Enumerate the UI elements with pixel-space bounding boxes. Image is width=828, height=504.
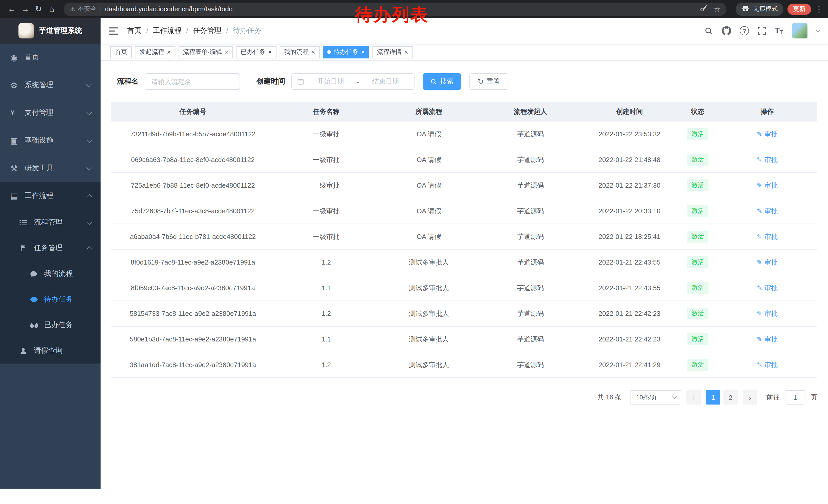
key-icon[interactable] [700, 4, 708, 13]
cell-create-time: 2022-01-22 18:25:41 [581, 224, 678, 249]
tab[interactable]: 待办任务 × [323, 46, 369, 58]
approve-link[interactable]: ✎ 审批 [757, 334, 778, 344]
tab-close-icon[interactable]: × [312, 49, 315, 55]
end-date-placeholder[interactable]: 结束日期 [362, 77, 409, 86]
page-number-button[interactable]: 1 [706, 390, 720, 405]
approve-link[interactable]: ✎ 审批 [757, 258, 778, 267]
sidebar-item-devtools[interactable]: ⚒ 研发工具 [0, 154, 100, 182]
search-icon[interactable] [704, 27, 713, 35]
column-header: 操作 [717, 102, 817, 122]
approve-link[interactable]: ✎ 审批 [757, 130, 778, 139]
help-icon[interactable]: ? [740, 26, 749, 35]
tab-close-icon[interactable]: × [404, 49, 408, 55]
sidebar-item-done-tasks[interactable]: 已办任务 [0, 312, 100, 338]
sidebar-item-my-process[interactable]: 我的流程 [0, 261, 100, 287]
edit-icon: ✎ [757, 182, 762, 189]
tab-close-icon[interactable]: × [167, 49, 171, 55]
incognito-label: 无痕模式 [753, 5, 778, 13]
sidebar-item-home[interactable]: ◉ 首页 [0, 44, 100, 71]
page-number-button[interactable]: 2 [723, 390, 738, 405]
breadcrumb-home[interactable]: 首页 [127, 26, 141, 35]
tab-close-icon[interactable]: × [268, 49, 272, 55]
start-date-placeholder[interactable]: 开始日期 [307, 77, 354, 86]
edit-icon: ✎ [757, 156, 762, 163]
sidebar-item-workflow[interactable]: ▤ 工作流程 [0, 182, 100, 210]
sidebar-item-task-mgmt[interactable]: 任务管理 [0, 235, 100, 261]
page-size-select[interactable]: 10条/页 [630, 390, 681, 405]
tab[interactable]: 流程表单-编辑 × [178, 46, 233, 58]
reload-button[interactable]: ↻ [32, 2, 45, 16]
tab[interactable]: 发起流程 × [135, 46, 175, 58]
calendar-icon [297, 78, 304, 85]
tab[interactable]: 已办任务 × [236, 46, 276, 58]
cell-process: 测试多审批人 [378, 275, 480, 301]
home-button[interactable]: ⌂ [45, 2, 58, 16]
sidebar-toggle-icon[interactable] [109, 27, 118, 35]
sidebar-item-infrastructure[interactable]: ▣ 基础设施 [0, 127, 100, 154]
cell-task-id: 580e1b3d-7ac8-11ec-a9e2-a2380e71991a [111, 326, 275, 352]
search-button[interactable]: 搜索 [423, 73, 461, 90]
sidebar-item-leave-query[interactable]: 请假查询 [0, 338, 100, 364]
cell-action: ✎ 审批 [717, 275, 817, 301]
approve-link[interactable]: ✎ 审批 [757, 155, 778, 164]
cell-create-time: 2022-01-22 23:53:32 [581, 122, 678, 147]
cell-task-id: 8f059c03-7ac8-11ec-a9e2-a2380e71991a [111, 275, 275, 301]
tab[interactable]: 首页 × [110, 46, 132, 58]
sidebar: 芋道管理系统 ◉ 首页 ⚙ 系统管理 ¥ 支付管理 ▣ [0, 18, 100, 489]
table-row: 725a1eb6-7b88-11ec-8ef0-acde48001122 一级审… [111, 173, 817, 198]
cell-process: OA 请假 [378, 224, 480, 249]
create-time-label: 创建时间 [256, 77, 285, 86]
approve-link[interactable]: ✎ 审批 [757, 232, 778, 241]
approve-link[interactable]: ✎ 审批 [757, 309, 778, 318]
approve-link[interactable]: ✎ 审批 [757, 283, 778, 292]
main-area: 首页 / 工作流程 / 任务管理 / 待办任务 ? [100, 18, 828, 504]
cell-action: ✎ 审批 [717, 198, 817, 224]
fullscreen-icon[interactable] [758, 27, 766, 35]
back-button[interactable]: ← [5, 2, 18, 16]
cell-task-name: 1.2 [275, 352, 378, 378]
column-header: 任务编号 [111, 102, 275, 122]
chevron-down-icon [86, 165, 92, 171]
sidebar-item-payment[interactable]: ¥ 支付管理 [0, 99, 100, 127]
cell-task-id: 381aa1dd-7ac8-11ec-a9e2-a2380e71991a [111, 352, 275, 378]
sidebar-item-process-mgmt[interactable]: 流程管理 [0, 210, 100, 235]
goto-page-input[interactable] [785, 390, 805, 405]
approve-link[interactable]: ✎ 审批 [757, 360, 778, 369]
bookmark-star-icon[interactable]: ☆ [714, 5, 720, 13]
github-icon[interactable] [722, 26, 731, 35]
user-avatar[interactable] [792, 23, 808, 39]
reset-button[interactable]: ↻ 重置 [469, 73, 508, 90]
sidebar-item-todo-tasks[interactable]: 待办任务 [0, 287, 100, 312]
tab-close-icon[interactable]: × [361, 49, 365, 55]
date-range-picker[interactable]: 开始日期 - 结束日期 [291, 73, 415, 90]
tab-close-icon[interactable]: × [224, 49, 228, 55]
tools-icon: ⚒ [10, 163, 23, 173]
incognito-badge: 无痕模式 [736, 2, 783, 16]
approve-link[interactable]: ✎ 审批 [757, 181, 778, 190]
prev-page-button[interactable]: ‹ [687, 390, 701, 405]
address-bar[interactable]: ⚠ 不安全 dashboard.yudao.iocoder.cn/bpm/tas… [64, 2, 727, 16]
sidebar-item-system[interactable]: ⚙ 系统管理 [0, 71, 100, 99]
tab[interactable]: 我的流程 × [280, 46, 320, 58]
text-size-icon[interactable]: TT [775, 27, 783, 35]
breadcrumb-workflow[interactable]: 工作流程 [153, 26, 181, 35]
edit-icon: ✎ [757, 233, 762, 240]
app-logo[interactable]: 芋道管理系统 [0, 18, 100, 44]
chevron-down-icon [672, 394, 677, 399]
browser-menu-icon[interactable]: ⋮ [815, 4, 823, 13]
approve-link[interactable]: ✎ 审批 [757, 207, 778, 216]
tab[interactable]: 流程详情 × [372, 46, 413, 58]
eye-icon [30, 295, 42, 304]
warning-icon: ⚠ [70, 5, 75, 12]
cell-action: ✎ 审批 [717, 122, 817, 147]
security-indicator[interactable]: ⚠ 不安全 [70, 5, 96, 13]
breadcrumb-task-mgmt[interactable]: 任务管理 [193, 26, 222, 35]
edit-icon: ✎ [757, 310, 762, 317]
forward-button[interactable]: → [18, 2, 32, 16]
status-badge: 激活 [687, 359, 708, 371]
process-name-input[interactable] [145, 73, 240, 90]
update-button[interactable]: 更新 [787, 3, 811, 15]
edit-icon: ✎ [757, 208, 762, 214]
cell-action: ✎ 审批 [717, 352, 817, 378]
next-page-button[interactable]: › [743, 390, 757, 405]
